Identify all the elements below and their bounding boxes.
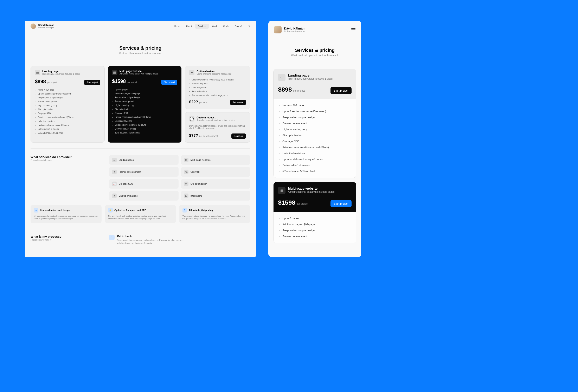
card-multipage: ▤ Multi-page website A multifunctional b… xyxy=(108,66,182,143)
start-project-button[interactable]: Start project xyxy=(161,80,177,85)
chip-landing-pages[interactable]: ▭Landing pages xyxy=(109,155,178,165)
chip-multipage[interactable]: ▤Multi-page websites xyxy=(181,155,250,165)
page-title: Services & pricing xyxy=(46,45,235,51)
feature-body: My designs and website structures are op… xyxy=(34,215,98,220)
feature-item: Responsive, unique design xyxy=(35,96,100,99)
hero-mobile: Services & pricing What can I help you w… xyxy=(273,37,356,62)
feature-item: Additional pages: $99/page xyxy=(112,92,178,95)
nav-crafts[interactable]: Crafts xyxy=(221,24,232,29)
price: $898 xyxy=(35,79,46,84)
price: $1598 xyxy=(278,199,295,206)
nav-work[interactable]: Work xyxy=(210,24,220,29)
custom-body: Do you have a different scope, or you ar… xyxy=(189,125,246,129)
feature-item: Private communication channel (Slack) xyxy=(35,116,100,118)
price-unit: per project xyxy=(296,202,329,205)
start-project-button[interactable]: Start project xyxy=(331,200,351,207)
feature-item: Home + 404 page xyxy=(279,104,351,107)
nav-about[interactable]: About xyxy=(184,24,194,29)
feature-item: Up to 8 sections (or more if required) xyxy=(35,93,100,95)
chip-animations[interactable]: ✦Unique animations xyxy=(109,191,178,201)
search-icon[interactable] xyxy=(247,25,250,28)
feature-item: Delivered in 1-2 weeks xyxy=(35,128,100,130)
get-quote-button[interactable]: Get a quote xyxy=(230,100,246,105)
start-project-button[interactable]: Start project xyxy=(84,80,100,85)
services-grid: ▭Landing pages ▤Multi-page websites ✦Fra… xyxy=(109,155,250,201)
extra-item: Only development (you already have a des… xyxy=(189,79,246,81)
extra-item: Website migration xyxy=(189,83,246,85)
feature-item: Framer development xyxy=(279,122,351,125)
card-title: Multi-page website xyxy=(288,187,335,190)
extras-list: Only development (you already have a des… xyxy=(189,79,246,96)
hamburger-icon[interactable] xyxy=(351,28,355,31)
feature-item: Site optimization xyxy=(35,108,100,111)
chip-framer[interactable]: ✦Framer developement xyxy=(109,167,178,176)
feature-item: Framer development xyxy=(112,100,178,103)
feature-item: High-converting copy xyxy=(279,128,351,131)
card-subtitle: A multifunctional beast with multiple pa… xyxy=(120,73,158,75)
price-unit: per project xyxy=(127,81,160,83)
pages-icon: ▤ xyxy=(112,70,117,75)
card-subtitle: Game changing additions if requested xyxy=(196,73,231,75)
svg-line-1 xyxy=(249,27,250,27)
extra-item: Extra animations xyxy=(189,90,246,93)
chip-optimization[interactable]: ⟳Site optimization xyxy=(181,179,250,189)
nav-home[interactable]: Home xyxy=(172,24,183,29)
process-section: What is my process? Fast and easy, that'… xyxy=(25,229,256,245)
pricing-row: ▭ Landing page High-impact, conversion-f… xyxy=(25,60,256,143)
extra-item: Site setup (domain, cloud storage, ect.) xyxy=(189,94,246,96)
price: $898 xyxy=(278,86,292,93)
text-icon: Aa xyxy=(184,170,189,174)
feature-list: Home + 404 page Up to 8 sections (or mor… xyxy=(35,89,100,134)
pages-icon: ▤ xyxy=(278,187,286,194)
svg-point-0 xyxy=(248,25,249,27)
price-unit: per project xyxy=(293,89,329,92)
feature-item: High-converting copy xyxy=(112,104,178,106)
feature-item: High-converting copy xyxy=(35,104,100,107)
card-subtitle: If you have something truly unique in mi… xyxy=(196,119,235,121)
avatar xyxy=(31,24,36,29)
bolt-icon: ⚡ xyxy=(108,208,113,213)
price: $1598 xyxy=(112,78,126,84)
feature-item: Responsive, unique design xyxy=(279,116,351,119)
reach-out-button[interactable]: Reach out xyxy=(231,133,246,139)
feature-item: 50% advance, 50% on final xyxy=(112,132,178,134)
services-section: What services do I provide? Things I can… xyxy=(25,149,256,223)
chip-seo[interactable]: 📈On-page SEO xyxy=(109,179,178,189)
nav: Home About Services Work Crafts Say hi! xyxy=(172,24,250,29)
avatar xyxy=(274,26,282,33)
card-title: Landing page xyxy=(288,74,333,77)
nav-services[interactable]: Services xyxy=(195,24,209,29)
nav-say-hi[interactable]: Say hi! xyxy=(233,24,244,29)
gauge-icon: ⟳ xyxy=(184,181,189,186)
pages-icon: ▤ xyxy=(184,158,189,162)
feature-item: Additional pages: $99/page xyxy=(279,223,351,226)
page-subtitle: What can I help you with and for how muc… xyxy=(273,54,356,57)
start-project-button[interactable]: Start project xyxy=(331,87,351,94)
header: Dávid Kálmán Software developer Home Abo… xyxy=(25,21,256,32)
feature-speed: ⚡Optimized for speed and SEO Not only I … xyxy=(105,205,176,223)
section-title: What is my process? xyxy=(31,235,101,238)
brand-name: Dávid Kálmán xyxy=(38,24,54,27)
feature-item: Updates delivered every 48 hours xyxy=(35,124,100,126)
card-multipage-mobile: ▤ Multi-page website A multifunctional b… xyxy=(273,182,356,243)
desktop-frame: Dávid Kálmán Software developer Home Abo… xyxy=(25,21,256,257)
step-number: 1 xyxy=(109,235,115,240)
feature-item: Responsive, unique design xyxy=(112,96,178,99)
feature-item: Unlimited revisions xyxy=(35,120,100,122)
layout-icon: ▭ xyxy=(112,158,117,162)
feature-item: 50% advance, 50% on final xyxy=(279,170,351,173)
chip-copyright[interactable]: AaCopyright xyxy=(181,167,250,176)
feature-item: On-page SEO xyxy=(112,112,178,114)
page-title: Services & pricing xyxy=(273,48,356,53)
step-title: Get in touch xyxy=(117,235,187,238)
price-unit: per project xyxy=(47,81,83,84)
card-subtitle: High-impact, conversion-focused 1-pager xyxy=(288,77,333,80)
feature-item: Site optimization xyxy=(279,134,351,137)
step-body: Strategy call to assess your goals and n… xyxy=(117,239,187,245)
chat-icon: 💬 xyxy=(189,116,194,122)
card-extras: ✦ Optional extras Game changing addition… xyxy=(185,66,250,109)
feature-list: Up to 6 pages Additional pages: $99/page… xyxy=(112,88,178,134)
price-unit: per we will see what xyxy=(199,135,230,137)
chip-integrations[interactable]: ⊞Integrations xyxy=(181,191,250,201)
feature-item: Framer development xyxy=(35,100,100,103)
